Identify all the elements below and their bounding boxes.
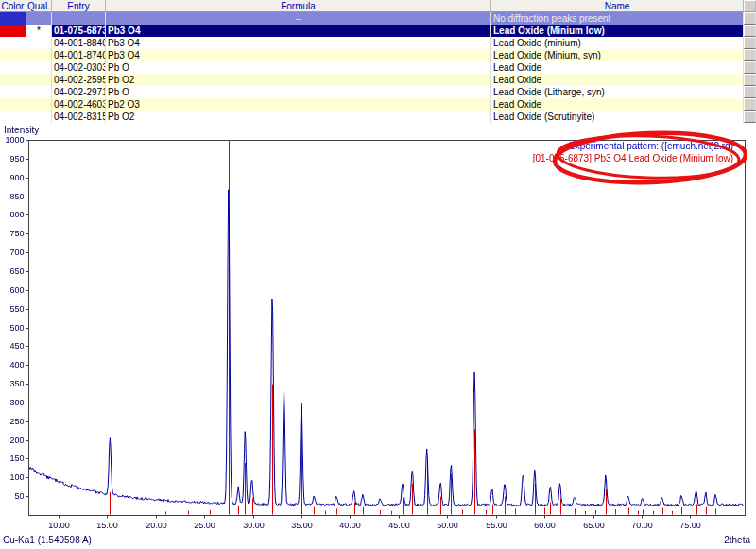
name-cell: Lead Oxide xyxy=(491,74,744,86)
results-table: Color Qual. Entry Formula Name -- No dif… xyxy=(0,0,756,124)
phase-color-icon xyxy=(0,12,26,25)
formula-cell: Pb O2 xyxy=(106,74,491,86)
header-name[interactable]: Name xyxy=(491,0,744,12)
row-end-box xyxy=(744,49,756,61)
row-end-box xyxy=(744,12,756,25)
header-end-box xyxy=(744,0,756,12)
color-swatch xyxy=(0,25,26,37)
wavelength-label: Cu-Ka1 (1.540598 A) xyxy=(3,535,92,545)
entry-cell: 04-002-2595 xyxy=(52,74,106,86)
name-cell: Lead Oxide xyxy=(491,98,744,111)
name-cell: No diffraction peaks present xyxy=(491,12,744,25)
color-swatch xyxy=(0,86,26,98)
xrd-plot-canvas[interactable] xyxy=(0,123,756,549)
header-color[interactable]: Color xyxy=(0,0,26,12)
name-cell: Lead Oxide (Minium low) xyxy=(491,25,744,37)
name-cell: Lead Oxide xyxy=(491,61,744,74)
color-swatch xyxy=(0,37,26,49)
legend-experimental-pattern: Experimental pattern: ([emuch.net]2.rd) xyxy=(533,140,733,152)
row-end-box xyxy=(744,61,756,74)
xrd-chart: Intensity Experimental pattern: ([emuch.… xyxy=(0,123,756,549)
x-axis-title: 2theta xyxy=(724,535,750,545)
entry-cell: 04-001-8840 xyxy=(52,37,106,49)
formula-cell: -- xyxy=(106,12,491,25)
qual-cell xyxy=(26,49,52,61)
table-row[interactable]: 04-002-2595 Pb O2 Lead Oxide xyxy=(0,74,756,86)
row-end-box xyxy=(744,74,756,86)
table-header: Color Qual. Entry Formula Name xyxy=(0,0,756,12)
phase-color-icon xyxy=(0,25,26,37)
name-cell: Lead Oxide (Minium, syn) xyxy=(491,49,744,61)
qual-cell xyxy=(26,12,52,25)
table-row[interactable]: -- No diffraction peaks present xyxy=(0,12,756,25)
table-row[interactable]: 04-002-0303 Pb O Lead Oxide xyxy=(0,61,756,74)
header-entry[interactable]: Entry xyxy=(52,0,106,12)
qual-cell xyxy=(26,74,52,86)
entry-cell: 04-002-4603 xyxy=(52,98,106,111)
formula-cell: Pb3 O4 xyxy=(106,49,491,61)
row-end-box xyxy=(744,37,756,49)
entry-cell: 04-002-0303 xyxy=(52,61,106,74)
formula-cell: Pb3 O4 xyxy=(106,37,491,49)
qual-cell xyxy=(26,111,52,123)
table-row-selected[interactable]: * 01-075-6873 Pb3 O4 Lead Oxide (Minium … xyxy=(0,25,756,37)
formula-cell: Pb O xyxy=(106,61,491,74)
qual-cell xyxy=(26,86,52,98)
qual-cell xyxy=(26,98,52,111)
color-swatch xyxy=(0,61,26,74)
entry-cell: 04-002-2971 xyxy=(52,86,106,98)
table-row[interactable]: 04-002-2971 Pb O Lead Oxide (Litharge, s… xyxy=(0,86,756,98)
row-end-box xyxy=(744,111,756,123)
name-cell: Lead Oxide (Litharge, syn) xyxy=(491,86,744,98)
header-qual[interactable]: Qual. xyxy=(26,0,52,12)
formula-cell: Pb2 O3 xyxy=(106,98,491,111)
row-end-box xyxy=(744,86,756,98)
qual-cell xyxy=(26,61,52,74)
entry-cell: 04-002-8315 xyxy=(52,111,106,123)
entry-cell xyxy=(52,12,106,25)
chart-legend: Experimental pattern: ([emuch.net]2.rd) … xyxy=(533,140,733,164)
app-window: Color Qual. Entry Formula Name -- No dif… xyxy=(0,0,756,549)
formula-cell: Pb O2 xyxy=(106,111,491,123)
formula-cell: Pb O xyxy=(106,86,491,98)
header-formula[interactable]: Formula xyxy=(106,0,491,12)
row-end-box xyxy=(744,98,756,111)
name-cell: Lead Oxide (Scrutinyite) xyxy=(491,111,744,123)
entry-cell: 04-001-8740 xyxy=(52,49,106,61)
color-swatch xyxy=(0,98,26,111)
color-swatch xyxy=(0,12,26,25)
formula-cell: Pb3 O4 xyxy=(106,25,491,37)
name-cell: Lead Oxide (minium) xyxy=(491,37,744,49)
entry-cell: 01-075-6873 xyxy=(52,25,106,37)
qual-cell: * xyxy=(26,25,52,37)
table-row[interactable]: 04-001-8740 Pb3 O4 Lead Oxide (Minium, s… xyxy=(0,49,756,61)
color-swatch xyxy=(0,49,26,61)
legend-reference-phase: [01-075-6873] Pb3 O4 Lead Oxide (Minium … xyxy=(533,152,733,164)
row-end-box xyxy=(744,25,756,37)
color-swatch xyxy=(0,111,26,123)
qual-cell xyxy=(26,37,52,49)
y-axis-title: Intensity xyxy=(4,125,39,135)
color-swatch xyxy=(0,74,26,86)
table-row[interactable]: 04-002-4603 Pb2 O3 Lead Oxide xyxy=(0,98,756,111)
table-row[interactable]: 04-001-8840 Pb3 O4 Lead Oxide (minium) xyxy=(0,37,756,49)
table-row[interactable]: 04-002-8315 Pb O2 Lead Oxide (Scrutinyit… xyxy=(0,111,756,123)
